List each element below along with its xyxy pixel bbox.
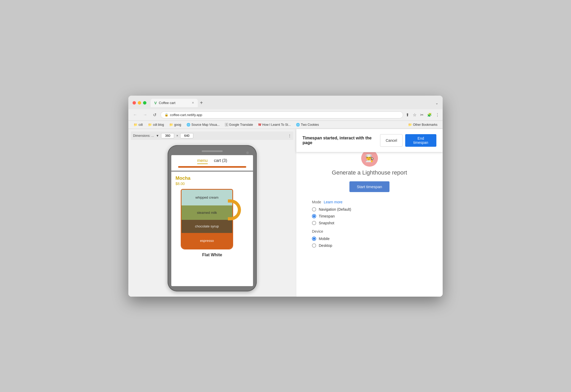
width-input[interactable]	[161, 133, 174, 138]
back-button[interactable]: ←	[131, 112, 139, 118]
app-header: menu cart (3)	[171, 155, 253, 171]
bookmarks-bar: 📁 cdt 📁 cdt blog 📁 goog 🌐 Source Map Vis…	[128, 121, 443, 129]
maximize-button[interactable]	[143, 101, 146, 105]
browser-window: V Coffee cart ✕ + ⌄ ← → ↺ 🔒 coffee-cart.…	[128, 96, 443, 297]
title-bar: V Coffee cart ✕ + ⌄	[128, 96, 443, 109]
translate-icon: 🇬	[225, 123, 228, 127]
globe-icon: 🌐	[186, 123, 190, 127]
address-bar[interactable]: 🔒 coffee-cart.netlify.app	[161, 111, 403, 118]
lighthouse-panel: Timespan started, interact with the page…	[296, 129, 443, 297]
lighthouse-title: Generate a Lighthouse report	[332, 169, 407, 176]
mug-layer-espresso: espresso	[182, 233, 232, 249]
bookmark-how-i-learnt[interactable]: W How I Learnt To St...	[256, 122, 293, 127]
globe-icon2: 🌐	[296, 123, 300, 127]
bookmark-goog[interactable]: 📁 goog	[167, 122, 183, 127]
folder-icon: 📁	[148, 123, 152, 127]
radio-mobile[interactable]: Mobile	[312, 237, 427, 241]
dialog-buttons: Cancel End timespan	[380, 134, 436, 147]
scissors-icon[interactable]: ✂	[420, 112, 424, 117]
lighthouse-icon: 👨‍🍳	[361, 150, 378, 167]
main-content: Dimensions: ... ▼ × ⋮ menu cart (3)	[128, 129, 443, 297]
close-button[interactable]	[133, 101, 136, 105]
url-text: coffee-cart.netlify.app	[170, 113, 202, 117]
traffic-lights	[133, 101, 146, 105]
radio-snapshot-label: Snapshot	[319, 221, 334, 225]
bookmark-google-translate[interactable]: 🇬 Google Translate	[223, 122, 255, 127]
w-icon: W	[258, 123, 261, 127]
coffee-mug: whipped cream steamed milk chocolate syr…	[181, 189, 244, 249]
nav-cart[interactable]: cart (3)	[214, 158, 227, 164]
mode-section: Mode Learn more Navigation (Default) Tim…	[307, 200, 432, 250]
bookmark-other[interactable]: 📁 Other Bookmarks	[406, 122, 440, 127]
tab-title: Coffee cart	[159, 101, 190, 105]
folder-icon: 📁	[134, 123, 138, 127]
extensions-icon[interactable]: 🧩	[427, 113, 432, 117]
app-body: Mocha $8.00 whipped cream steamed milk c…	[171, 171, 253, 262]
nav-bar: ← → ↺ 🔒 coffee-cart.netlify.app ⬆ ☆ ✂ 🧩 …	[128, 109, 443, 121]
mug-handle	[228, 199, 241, 220]
next-product-name: Flat White	[175, 253, 249, 257]
dimensions-chevron[interactable]: ▼	[156, 134, 159, 138]
forward-button[interactable]: →	[141, 112, 149, 118]
radio-timespan-btn[interactable]	[312, 214, 316, 218]
learn-more-link[interactable]: Learn more	[324, 200, 343, 204]
product-price: $8.00	[175, 182, 249, 186]
dimensions-bar: Dimensions: ... ▼ × ⋮	[131, 132, 293, 140]
folder-icon2: 📁	[408, 123, 412, 127]
device-panel: Dimensions: ... ▼ × ⋮ menu cart (3)	[128, 129, 296, 297]
tab-chevron-icon[interactable]: ⌄	[435, 101, 438, 105]
mug-body: whipped cream steamed milk chocolate syr…	[181, 189, 233, 249]
tab-favicon: V	[154, 101, 157, 105]
bookmark-two-cookies[interactable]: 🌐 Two Cookies	[294, 122, 321, 127]
bookmark-icon[interactable]: ☆	[413, 112, 416, 117]
radio-mobile-btn[interactable]	[312, 237, 316, 241]
more-options-icon[interactable]: ⋮	[288, 134, 291, 138]
chef-icon: 👨‍🍳	[365, 154, 374, 162]
mode-label: Mode Learn more	[312, 200, 427, 204]
radio-timespan[interactable]: Timespan	[312, 214, 427, 218]
radio-navigation-btn[interactable]	[312, 207, 316, 211]
tab-bar: V Coffee cart ✕ + ⌄	[151, 99, 438, 107]
cancel-button[interactable]: Cancel	[380, 134, 403, 147]
device-frame: menu cart (3) Mocha $8.00 whipped cream	[168, 145, 257, 291]
device-label: Device	[312, 229, 427, 233]
tab-close-icon[interactable]: ✕	[192, 101, 194, 105]
radio-mobile-label: Mobile	[319, 237, 330, 241]
nav-menu[interactable]: menu	[197, 158, 208, 164]
mug-layer-chocolate: chocolate syrup	[182, 220, 232, 233]
mug-layer-steamed: steamed milk	[182, 205, 232, 220]
radio-navigation-label: Navigation (Default)	[319, 207, 351, 211]
minimize-button[interactable]	[138, 101, 141, 105]
height-input[interactable]	[180, 133, 193, 138]
radio-desktop[interactable]: Desktop	[312, 243, 427, 248]
bookmark-cdt[interactable]: 📁 cdt	[131, 122, 145, 127]
active-tab[interactable]: V Coffee cart ✕	[151, 99, 198, 107]
end-timespan-button[interactable]: End timespan	[405, 134, 436, 147]
new-tab-button[interactable]: +	[200, 100, 203, 106]
refresh-button[interactable]: ↺	[151, 112, 158, 118]
folder-icon: 📁	[169, 123, 173, 127]
lock-icon: 🔒	[164, 113, 168, 117]
share-icon[interactable]: ⬆	[406, 112, 409, 117]
radio-snapshot[interactable]: Snapshot	[312, 221, 427, 225]
device-camera	[246, 151, 249, 154]
radio-desktop-label: Desktop	[319, 243, 332, 248]
orange-bar	[178, 166, 246, 168]
radio-desktop-btn[interactable]	[312, 243, 316, 248]
app-nav: menu cart (3)	[175, 158, 249, 164]
product-name: Mocha	[175, 176, 249, 181]
bookmark-source-map[interactable]: 🌐 Source Map Visua...	[184, 122, 222, 127]
dimensions-label: Dimensions: ...	[133, 134, 154, 138]
radio-snapshot-btn[interactable]	[312, 221, 316, 225]
bookmark-cdt-blog[interactable]: 📁 cdt blog	[146, 122, 166, 127]
device-screen: menu cart (3) Mocha $8.00 whipped cream	[171, 155, 253, 286]
dimension-separator: ×	[176, 134, 178, 138]
mode-text: Mode	[312, 200, 321, 204]
radio-navigation[interactable]: Navigation (Default)	[312, 207, 427, 211]
mug-layer-whipped: whipped cream	[182, 190, 232, 205]
timespan-dialog: Timespan started, interact with the page…	[296, 129, 443, 152]
start-timespan-button[interactable]: Start timespan	[349, 181, 389, 192]
more-icon[interactable]: ⋮	[435, 112, 440, 117]
nav-icons: ⬆ ☆ ✂ 🧩 ⋮	[406, 112, 440, 117]
timespan-message: Timespan started, interact with the page	[303, 136, 380, 145]
